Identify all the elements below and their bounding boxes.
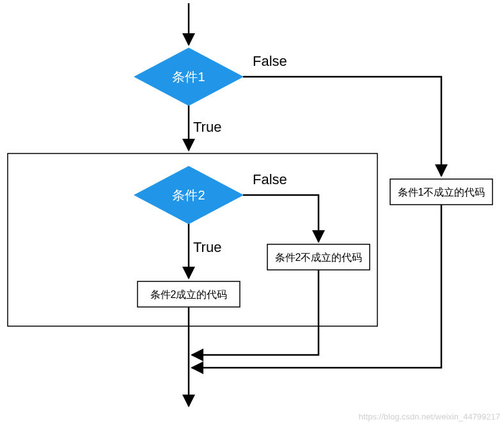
edge-label-true2: True: [193, 239, 221, 255]
process-cond2-true-label: 条件2成立的代码: [150, 289, 228, 300]
edge-label-false1: False: [253, 53, 287, 69]
decision-cond1-label: 条件1: [172, 70, 205, 84]
edge-label-false2: False: [253, 171, 287, 187]
process-cond2-false-label: 条件2不成立的代码: [275, 252, 363, 263]
edge-label-true1: True: [193, 119, 221, 135]
decision-cond2-label: 条件2: [172, 188, 205, 202]
process-cond1-false-label: 条件1不成立的代码: [398, 187, 485, 198]
flowchart-canvas: 条件1 False True 条件2 False True 条件2成立的代码 条…: [0, 0, 504, 424]
edge-cond2-false: [243, 195, 319, 242]
edge-cond1-false: [243, 77, 441, 176]
watermark: https://blog.csdn.net/weixin_44799217: [359, 412, 500, 421]
